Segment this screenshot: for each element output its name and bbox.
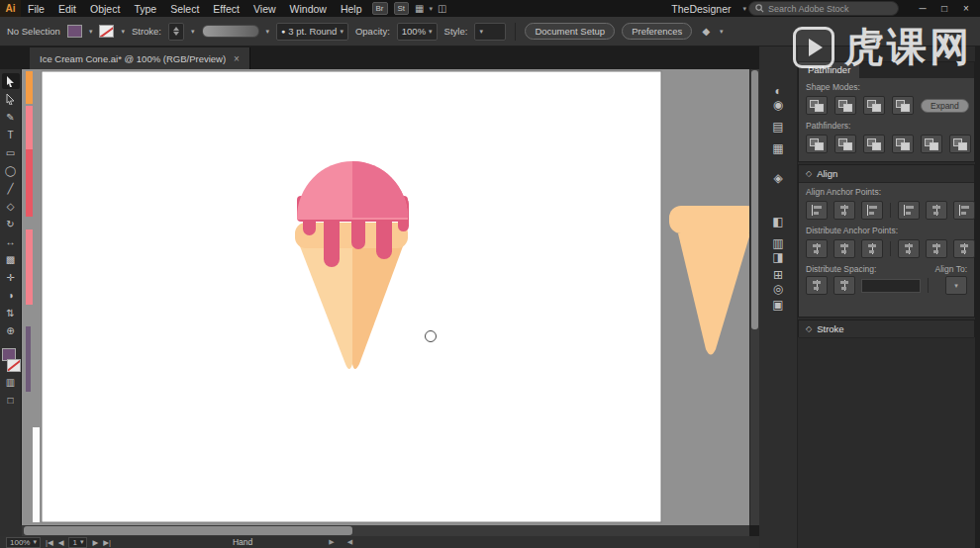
distribute-center-h-button[interactable]	[926, 239, 947, 258]
preferences-button[interactable]: Preferences	[622, 23, 692, 40]
horizontal-spacing-button[interactable]	[833, 276, 855, 295]
search-input[interactable]: Search Adobe Stock	[748, 1, 899, 16]
brushes-panel-icon[interactable]: ▦	[759, 141, 797, 155]
align-panel-header[interactable]: ◇ Align	[799, 165, 974, 183]
selection-tool[interactable]	[2, 73, 20, 89]
distribute-center-v-button[interactable]	[833, 239, 855, 258]
align-top-button[interactable]	[898, 201, 920, 220]
app-logo[interactable]: Ai	[0, 0, 21, 17]
scroll-right-arrow-icon[interactable]: ▶	[329, 538, 334, 546]
next-artboard-button[interactable]: ▶	[92, 538, 98, 547]
distribute-top-button[interactable]	[806, 239, 828, 258]
stroke-color-swatch[interactable]	[99, 25, 114, 38]
minus-front-button[interactable]	[834, 96, 856, 115]
divide-button[interactable]	[806, 135, 828, 153]
color-panel-icon[interactable]: ◐	[759, 84, 797, 98]
distribute-left-button[interactable]	[898, 239, 920, 258]
align-left-button[interactable]	[806, 201, 828, 220]
horizontal-scrollbar-thumb[interactable]	[24, 526, 352, 535]
pen-tool[interactable]: ✎	[2, 109, 20, 125]
fill-stroke-indicator[interactable]	[1, 348, 21, 372]
type-tool[interactable]: T	[2, 127, 20, 142]
brush-definition-select[interactable]: ● 3 pt. Round ▾	[276, 23, 348, 41]
style-select[interactable]: ▾	[474, 23, 506, 41]
chevron-down-icon[interactable]: ▾	[121, 28, 125, 36]
canvas-area[interactable]	[22, 69, 749, 525]
chevron-down-icon[interactable]: ▾	[89, 28, 93, 36]
free-transform-tool[interactable]: ✛	[2, 269, 20, 285]
device-preview-icon[interactable]: ◫	[438, 3, 446, 14]
scroll-left-arrow-icon[interactable]: ◀	[347, 538, 352, 546]
spacing-value-input[interactable]	[861, 279, 921, 293]
rotate-tool[interactable]: ↻	[2, 216, 20, 231]
stock-badge[interactable]: St	[394, 2, 410, 15]
pasteboard-strip-pink[interactable]	[26, 106, 33, 149]
close-tab-icon[interactable]: ×	[234, 53, 240, 64]
layers-panel-icon[interactable]: ▣	[759, 298, 797, 312]
opacity-input[interactable]: 100% ▾	[397, 23, 438, 41]
chevron-down-icon[interactable]: ▾	[742, 5, 746, 13]
document-setup-button[interactable]: Document Setup	[525, 23, 615, 40]
pasteboard-strip-orange[interactable]	[26, 71, 33, 104]
stroke-swatch[interactable]	[7, 359, 21, 372]
distribute-bottom-button[interactable]	[861, 239, 883, 258]
menu-file[interactable]: File	[21, 3, 51, 15]
polygon-tool[interactable]: ◇	[2, 198, 20, 214]
screen-mode-button[interactable]: □	[2, 392, 20, 408]
pasteboard-strip-purple[interactable]	[26, 326, 31, 392]
vertical-scrollbar-thumb[interactable]	[751, 70, 758, 329]
menu-help[interactable]: Help	[334, 3, 369, 15]
previous-artboard-button[interactable]: ◀	[58, 538, 64, 547]
symbols-panel-icon[interactable]: ◈	[759, 171, 797, 185]
fill-color-swatch[interactable]	[67, 25, 82, 38]
rectangle-tool[interactable]: ▭	[2, 144, 20, 160]
links-panel-icon[interactable]: ◎	[759, 282, 797, 296]
zoom-tool[interactable]: ⊕	[2, 322, 20, 338]
line-tool[interactable]: ╱	[2, 180, 20, 196]
exclude-button[interactable]	[892, 96, 914, 115]
menu-object[interactable]: Object	[83, 3, 127, 15]
blend-tool[interactable]: ⇅	[2, 305, 20, 320]
spare-cone[interactable]	[669, 206, 749, 355]
distribute-right-button[interactable]	[953, 239, 975, 258]
chevron-down-icon[interactable]: ▾	[266, 28, 270, 36]
graphic-styles-panel-icon[interactable]: ◨	[759, 250, 797, 264]
stroke-panel-header[interactable]: ◇ Stroke	[799, 320, 974, 338]
width-profile-preview[interactable]	[202, 25, 259, 38]
zoom-select[interactable]: 100% ▾	[6, 537, 41, 548]
align-bottom-button[interactable]	[953, 201, 975, 220]
first-artboard-button[interactable]: |◀	[46, 538, 53, 547]
document-tab[interactable]: Ice Cream Cone.ai* @ 100% (RGB/Preview) …	[30, 47, 250, 69]
align-right-button[interactable]	[861, 201, 883, 220]
vertical-spacing-button[interactable]	[806, 276, 828, 295]
horizontal-scrollbar[interactable]	[22, 525, 749, 536]
color-mode-button[interactable]: ▥	[2, 374, 20, 390]
stepper-arrows-icon[interactable]	[173, 27, 179, 36]
align-to-select[interactable]: ▾	[945, 276, 967, 295]
arrange-documents-icon[interactable]: ▦	[415, 3, 424, 14]
chevron-down-icon[interactable]: ▾	[191, 28, 195, 36]
swatches-panel-icon[interactable]: ▤	[759, 120, 797, 134]
minimize-button[interactable]: ─	[915, 3, 931, 14]
expand-button[interactable]: Expand	[921, 99, 969, 113]
close-button[interactable]: ×	[958, 3, 974, 14]
merge-button[interactable]	[863, 135, 885, 153]
trim-button[interactable]	[834, 135, 856, 153]
appearance-panel-icon[interactable]: ▥	[759, 236, 797, 250]
minus-back-button[interactable]	[949, 135, 971, 153]
gradient-tool[interactable]: ◑	[2, 287, 20, 303]
artboards-panel-icon[interactable]: ⊞	[759, 268, 797, 282]
transform-panel-icon[interactable]: ◧	[759, 215, 797, 228]
menu-view[interactable]: View	[246, 3, 283, 15]
align-center-h-button[interactable]	[833, 201, 855, 220]
pasteboard-strip-pink2[interactable]	[26, 229, 33, 305]
pasteboard-strip-red[interactable]	[26, 149, 33, 217]
menu-edit[interactable]: Edit	[51, 3, 83, 15]
scale-tool[interactable]: ↔	[2, 233, 20, 249]
menu-effect[interactable]: Effect	[206, 3, 246, 15]
stroke-weight-stepper[interactable]	[168, 23, 184, 41]
intersect-button[interactable]	[863, 96, 885, 115]
menu-type[interactable]: Type	[127, 3, 163, 15]
crop-button[interactable]	[892, 135, 914, 153]
ellipse-tool[interactable]: ◯	[2, 162, 20, 178]
